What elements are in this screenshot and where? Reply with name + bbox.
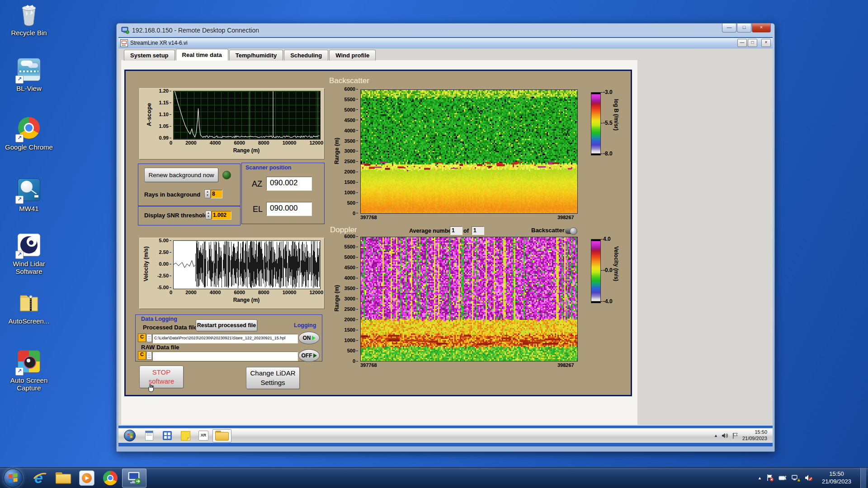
remote-action-center-flag-icon[interactable]: [732, 432, 739, 439]
processed-browse-icon[interactable]: [146, 334, 152, 342]
desktop: Recycle Bin ↗ BL-View ↗ Google Chrome: [0, 0, 868, 488]
media-player-icon: ▶: [79, 470, 94, 486]
tab-real-time-data[interactable]: Real time data: [176, 49, 228, 61]
remote-task-sticky-notes[interactable]: [176, 430, 194, 442]
backscatter-section-title: Backscatter: [329, 76, 369, 85]
desktop-icon-google-chrome[interactable]: ↗ Google Chrome: [5, 116, 53, 151]
processed-logging-on-button[interactable]: ON: [298, 332, 320, 344]
zip-folder-icon: [17, 291, 41, 315]
snr-spinner[interactable]: ▲▼: [205, 211, 212, 220]
velocity-x-axis-label: Range (m): [173, 297, 320, 303]
remote-task-grid-app[interactable]: [158, 430, 176, 442]
raw-path-field[interactable]: [152, 352, 298, 361]
taskbar-windows-explorer[interactable]: [52, 469, 75, 487]
rays-spinner[interactable]: ▲▼: [204, 189, 211, 198]
change-lidar-settings-button[interactable]: Change LiDAR Settings: [246, 367, 300, 389]
vi-close-button[interactable]: ×: [761, 39, 771, 47]
remote-task-xr-app[interactable]: XR: [194, 430, 212, 442]
snr-group: Display SNR threshold ▲▼ 1.002: [138, 206, 241, 225]
vi-minimize-button[interactable]: —: [737, 39, 747, 47]
vi-titlebar[interactable]: StreamLine XR v14-6.vi — □ ×: [118, 38, 773, 48]
start-button[interactable]: [4, 469, 23, 488]
vi-maximize-button[interactable]: □: [748, 39, 757, 47]
tab-system-setup[interactable]: System setup: [124, 50, 175, 61]
network-status-icon[interactable]: [792, 474, 800, 482]
az-label: AZ: [252, 179, 262, 189]
desktop-icon-recycle-bin[interactable]: Recycle Bin: [5, 3, 53, 37]
rdp-close-button[interactable]: ×: [752, 23, 771, 33]
backscatter-toggle-label: Backscatter: [531, 227, 565, 234]
backscatter-colorbar-tick: -3.0: [601, 89, 613, 95]
velocity-y-axis-label: Velocity (m/s): [143, 241, 149, 286]
backscatter-y-tick: 5000: [344, 107, 358, 113]
change-button-line2: Settings: [260, 379, 285, 386]
remote-task-notepad[interactable]: [140, 430, 158, 442]
of-label: of: [463, 228, 469, 234]
remote-clock[interactable]: 15:50 21/09/2023: [742, 429, 769, 442]
ascope-y-ticks: 1.201.151.101.050.99: [154, 88, 171, 141]
desktop-icon-wind-lidar[interactable]: ↗ Wind Lidar Software: [5, 232, 53, 276]
taskbar-media-player[interactable]: ▶: [75, 469, 99, 487]
desktop-icon-mw41[interactable]: ↗ MW41: [5, 177, 53, 212]
remote-start-button[interactable]: [124, 430, 136, 441]
backscatter-y-tick: 1500: [344, 179, 358, 185]
tray-expand-icon[interactable]: ▲: [758, 476, 762, 480]
average-number-field[interactable]: 1: [450, 226, 462, 235]
taskbar-clock[interactable]: 15:50 21/09/2023: [817, 470, 856, 486]
rdp-titlebar[interactable]: 192.168.0.150 - Remote Desktop Connectio…: [118, 23, 773, 37]
remote-task-explorer[interactable]: [212, 429, 231, 442]
rdp-maximize-button[interactable]: □: [737, 23, 751, 33]
el-value-field[interactable]: 090.000: [266, 202, 312, 216]
action-center-flag-icon[interactable]: [766, 474, 774, 482]
volume-muted-icon[interactable]: [805, 474, 813, 481]
taskbar-remote-desktop[interactable]: [122, 469, 146, 488]
remote-volume-icon[interactable]: [722, 432, 728, 439]
velocity-x-tick: 4000: [210, 290, 221, 295]
mouse-cursor-hand: [147, 384, 155, 394]
restart-processed-file-button[interactable]: Restart processed file: [196, 319, 257, 331]
desktop-icon-auto-screen-capture[interactable]: ↗ Auto Screen Capture: [5, 349, 53, 392]
velocity-y-tick: -2.50: [157, 273, 171, 278]
mw41-icon: ↗: [17, 178, 41, 203]
chrome-icon: [103, 471, 118, 485]
stop-software-button[interactable]: STOP software: [139, 366, 184, 388]
backscatter-y-tick: 2500: [344, 159, 358, 164]
tab-temp-humidity[interactable]: Temp/humidity: [229, 50, 283, 61]
tab-scheduling[interactable]: Scheduling: [284, 50, 328, 61]
remote-tray-expand-icon[interactable]: ▲: [714, 433, 718, 438]
bl-view-icon: ↗: [17, 58, 41, 83]
power-battery-icon[interactable]: [778, 474, 787, 481]
desktop-icon-bl-view[interactable]: ↗ BL-View: [5, 57, 53, 92]
az-value-field[interactable]: 090.002: [266, 177, 312, 191]
desktop-icon-autoscreen-zip[interactable]: AutoScreen...: [5, 291, 53, 325]
chrome-icon: ↗: [17, 117, 41, 141]
ascope-y-tick: 1.10: [159, 112, 171, 117]
processed-drive-selector[interactable]: C: [138, 333, 146, 342]
rdp-window-icon: [121, 27, 129, 34]
ascope-x-tick: 10000: [283, 140, 297, 145]
velocity-graph: Velocity (m/s) 5.002.500.00-2.50-5.00 02…: [139, 238, 325, 309]
taskbar-google-chrome[interactable]: [99, 469, 122, 487]
rays-value-field[interactable]: 8: [211, 190, 222, 198]
desktop-icon-label: Google Chrome: [5, 143, 53, 151]
ascope-x-ticks: 020004000600080001000012000: [170, 140, 323, 145]
renew-background-button[interactable]: Renew background now: [144, 168, 218, 182]
raw-browse-icon[interactable]: [146, 352, 152, 360]
rdp-minimize-button[interactable]: —: [722, 23, 736, 33]
show-desktop-button[interactable]: [860, 468, 866, 488]
backscatter-toggle[interactable]: [565, 228, 577, 234]
raw-logging-off-button[interactable]: OFF: [298, 349, 320, 362]
velocity-x-tick: 6000: [234, 290, 245, 295]
tab-wind-profile[interactable]: Wind profile: [329, 50, 376, 61]
processed-path-field[interactable]: C:\Lidar\Data\Proc\2023\202309\20230921\…: [152, 334, 298, 343]
doppler-y-tick: 5000: [344, 254, 358, 260]
snr-value-field[interactable]: 1.002: [212, 211, 231, 220]
doppler-y-tick: 2500: [344, 306, 358, 312]
notepad-icon: [145, 431, 153, 441]
raw-drive-selector[interactable]: C: [138, 351, 146, 360]
taskbar-internet-explorer[interactable]: e: [28, 469, 52, 487]
desktop-icon-label: BL-View: [5, 84, 53, 92]
folder-icon: [56, 472, 71, 483]
average-of-field[interactable]: 1: [472, 226, 484, 235]
rdp-window: 192.168.0.150 - Remote Desktop Connectio…: [116, 23, 775, 452]
